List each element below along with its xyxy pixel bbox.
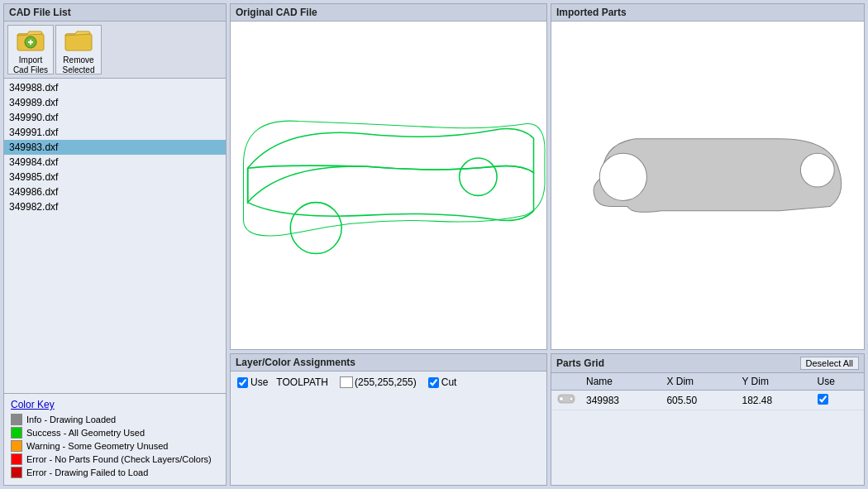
- color-swatch: [11, 467, 22, 478]
- layer-content: Use TOOLPATH (255,255,255) Cut: [231, 372, 546, 393]
- svg-point-17: [800, 153, 834, 187]
- color-key-title[interactable]: Color Key: [11, 399, 219, 410]
- color-key-item: Error - Drawing Failed to Load: [11, 467, 219, 478]
- cad-file-list-section: CAD File List ImportCad Files: [3, 3, 227, 394]
- color-key-label: Warning - Some Geometry Unused: [26, 441, 168, 451]
- layer-assignments-section: Layer/Color Assignments Use TOOLPATH (25…: [230, 353, 547, 486]
- color-key-item: Warning - Some Geometry Unused: [11, 440, 219, 452]
- part-xdim: 605.50: [661, 391, 737, 410]
- parts-grid-section: Parts Grid Deselect All Name X Dim Y Dim…: [551, 353, 865, 486]
- cut-checkbox[interactable]: [428, 377, 439, 388]
- color-key-label: Error - Drawing Failed to Load: [26, 467, 148, 477]
- file-name-label: 349982.dxf: [9, 201, 58, 213]
- right-panel: Imported Parts Parts Gr: [551, 3, 865, 486]
- col-header-name: Name: [581, 373, 661, 391]
- file-name-label: 349990.dxf: [9, 112, 58, 123]
- grid-content: Name X Dim Y Dim Use 349983605.50182.48: [551, 373, 864, 485]
- file-name-label: 349984.dxf: [9, 156, 58, 168]
- file-name-label: 349988.dxf: [9, 82, 58, 93]
- file-item[interactable]: 349989.dxf: [4, 95, 226, 110]
- color-key-label: Success - All Geometry Used: [26, 428, 145, 438]
- color-key-item: Success - All Geometry Used: [11, 427, 219, 439]
- table-row: 349983605.50182.48: [551, 391, 864, 410]
- import-cad-files-button[interactable]: ImportCad Files: [7, 25, 54, 74]
- left-panel: CAD File List ImportCad Files: [3, 3, 227, 486]
- remove-icon: [64, 24, 93, 54]
- part-thumbnail-icon: [556, 393, 576, 405]
- original-cad-title: Original CAD File: [231, 4, 546, 22]
- parts-grid-header: Parts Grid Deselect All: [551, 354, 864, 373]
- file-item[interactable]: 349984.dxf: [4, 155, 226, 170]
- col-header-icon: [551, 373, 581, 391]
- svg-point-15: [460, 158, 497, 195]
- imported-parts-section: Imported Parts: [551, 3, 865, 350]
- color-swatch: [11, 453, 22, 465]
- parts-table: Name X Dim Y Dim Use 349983605.50182.48: [551, 373, 864, 410]
- original-cad-canvas: [231, 22, 546, 349]
- color-swatch: [11, 440, 22, 452]
- part-name: 349983: [581, 391, 661, 410]
- cut-checkbox-label[interactable]: Cut: [428, 376, 457, 388]
- original-cad-section: Original CAD File: [230, 3, 547, 350]
- svg-point-19: [570, 397, 573, 400]
- color-value: (255,255,255): [355, 376, 417, 388]
- file-item[interactable]: 349986.dxf: [4, 185, 226, 199]
- color-key-label: Error - No Parts Found (Check Layers/Col…: [26, 454, 212, 464]
- part-use-cell[interactable]: [813, 391, 864, 410]
- part-ydim: 182.48: [737, 391, 812, 410]
- file-item[interactable]: 349990.dxf: [4, 110, 226, 125]
- parts-grid-title: Parts Grid: [556, 357, 604, 369]
- color-key-item: Info - Drawing Loaded: [11, 414, 219, 425]
- cut-label: Cut: [441, 376, 457, 388]
- color-swatch: [11, 414, 22, 425]
- svg-point-18: [560, 397, 564, 401]
- toolbar: ImportCad Files RemoveSelected: [4, 22, 226, 79]
- col-header-use: Use: [813, 373, 864, 391]
- file-item[interactable]: 349983.dxf: [4, 140, 226, 155]
- cad-file-list-title: CAD File List: [4, 4, 226, 22]
- layer-assignments-title: Layer/Color Assignments: [231, 354, 546, 372]
- import-button-label: ImportCad Files: [13, 55, 48, 75]
- deselect-all-button[interactable]: Deselect All: [800, 357, 859, 370]
- use-label: Use: [250, 376, 268, 388]
- middle-panel: Original CAD File Laye: [230, 3, 547, 486]
- use-checkbox[interactable]: [237, 377, 248, 388]
- color-key-label: Info - Drawing Loaded: [26, 415, 116, 424]
- remove-selected-button[interactable]: RemoveSelected: [55, 25, 102, 74]
- file-list: 349988.dxf349989.dxf349990.dxf349991.dxf…: [4, 79, 226, 393]
- remove-button-label: RemoveSelected: [63, 55, 95, 75]
- file-item[interactable]: 349988.dxf: [4, 80, 226, 95]
- col-header-xdim: X Dim: [661, 373, 737, 391]
- col-header-ydim: Y Dim: [737, 373, 812, 391]
- file-name-label: 349989.dxf: [9, 97, 58, 108]
- file-item[interactable]: 349991.dxf: [4, 125, 226, 140]
- import-icon: [16, 24, 45, 54]
- file-name-label: 349986.dxf: [9, 186, 58, 198]
- layer-name: TOOLPATH: [276, 376, 328, 388]
- color-key-items: Info - Drawing LoadedSuccess - All Geome…: [11, 414, 219, 478]
- imported-parts-canvas: [551, 22, 864, 349]
- color-swatch: [11, 427, 22, 439]
- part-use-checkbox[interactable]: [818, 394, 828, 405]
- part-row-icon: [551, 391, 581, 410]
- svg-point-14: [290, 203, 341, 254]
- color-indicator: [340, 376, 353, 388]
- imported-parts-title: Imported Parts: [551, 4, 864, 22]
- file-name-label: 349985.dxf: [9, 171, 58, 183]
- layer-row: Use TOOLPATH (255,255,255) Cut: [237, 376, 540, 388]
- svg-rect-3: [30, 40, 31, 45]
- file-item[interactable]: 349982.dxf: [4, 199, 226, 214]
- color-key-section: Color Key Info - Drawing LoadedSuccess -…: [3, 394, 227, 486]
- svg-point-16: [599, 153, 646, 200]
- file-name-label: 349983.dxf: [9, 141, 58, 153]
- file-name-label: 349991.dxf: [9, 127, 58, 138]
- use-checkbox-label[interactable]: Use: [237, 376, 268, 388]
- file-item[interactable]: 349985.dxf: [4, 170, 226, 185]
- svg-rect-4: [65, 34, 92, 50]
- color-box-container: (255,255,255): [340, 376, 417, 388]
- color-key-item: Error - No Parts Found (Check Layers/Col…: [11, 453, 219, 465]
